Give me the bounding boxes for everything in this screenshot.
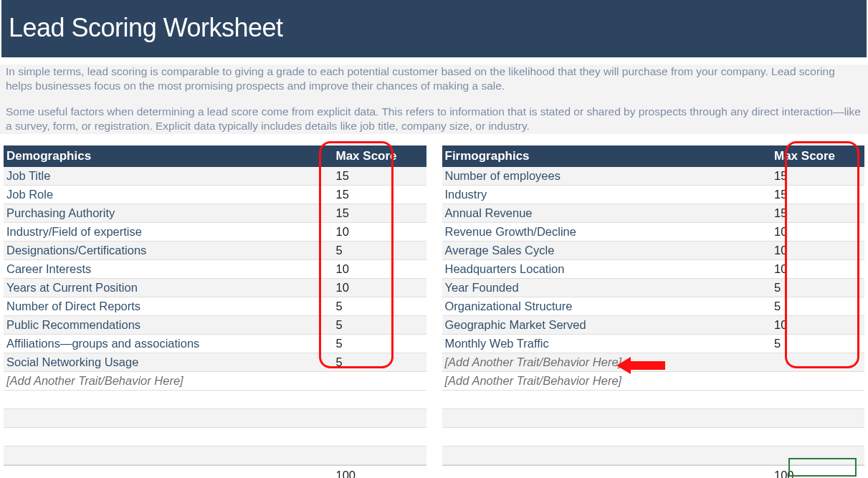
demographics-header-label: Demographics xyxy=(4,149,333,163)
table-row[interactable]: Years at Current Position10 xyxy=(4,279,426,297)
max-score-cell[interactable]: 5 xyxy=(333,337,426,350)
table-row[interactable]: [Add Another Trait/Behavior Here] xyxy=(442,372,865,391)
worksheet-title: Lead Scoring Worksheet xyxy=(9,13,859,43)
table-row[interactable]: Monthly Web Traffic5 xyxy=(442,335,865,353)
trait-label-cell[interactable]: Affiliations—groups and associations xyxy=(4,337,333,350)
trait-label-cell[interactable]: Year Founded xyxy=(442,281,772,295)
max-score-cell[interactable]: 10 xyxy=(333,225,426,239)
table-row[interactable]: Year Founded5 xyxy=(442,279,865,297)
blank-row[interactable] xyxy=(4,446,426,465)
trait-label-cell[interactable]: Average Sales Cycle xyxy=(442,244,772,257)
table-row[interactable]: Average Sales Cycle10 xyxy=(442,242,865,260)
trait-label-cell[interactable]: Designations/Certifications xyxy=(4,244,333,257)
table-row[interactable]: Number of employees15 xyxy=(442,167,865,186)
firmographics-header: Firmographics Max Score xyxy=(442,145,865,167)
trait-label-cell[interactable]: Social Networking Usage xyxy=(4,355,333,369)
blank-row[interactable] xyxy=(442,391,865,409)
blank-row[interactable] xyxy=(4,428,426,446)
max-score-cell[interactable]: 5 xyxy=(333,355,426,369)
trait-label-cell[interactable]: [Add Another Trait/Behavior Here] xyxy=(442,355,772,369)
max-score-cell[interactable]: 15 xyxy=(333,206,426,220)
max-score-cell[interactable]: 15 xyxy=(771,188,864,201)
table-row[interactable]: Annual Revenue15 xyxy=(442,204,865,223)
table-row[interactable]: Social Networking Usage5 xyxy=(4,353,426,372)
max-score-cell[interactable]: 5 xyxy=(333,318,426,332)
intro-text: In simple terms, lead scoring is compara… xyxy=(0,64,868,134)
trait-label-cell[interactable]: Annual Revenue xyxy=(442,206,772,220)
max-score-cell[interactable]: 5 xyxy=(771,300,864,313)
firmographics-header-score: Max Score xyxy=(771,149,864,163)
trait-label-cell[interactable]: Number of Direct Reports xyxy=(4,300,333,313)
trait-label-cell[interactable]: Organizational Structure xyxy=(442,300,772,313)
table-row[interactable]: Purchasing Authority15 xyxy=(4,204,426,223)
table-row[interactable]: Industry/Field of expertise10 xyxy=(4,223,426,242)
max-score-cell[interactable]: 5 xyxy=(333,244,426,257)
worksheet-title-banner: Lead Scoring Worksheet xyxy=(1,0,867,57)
trait-label-cell[interactable]: Geographic Market Served xyxy=(442,318,772,332)
table-row[interactable]: Organizational Structure5 xyxy=(442,297,865,316)
table-row[interactable]: [Add Another Trait/Behavior Here] xyxy=(442,353,865,372)
table-row[interactable]: Job Title15 xyxy=(4,167,426,186)
trait-label-cell[interactable]: [Add Another Trait/Behavior Here] xyxy=(442,374,772,388)
trait-label-cell[interactable]: Revenue Growth/Decline xyxy=(442,225,772,239)
max-score-cell[interactable]: 10 xyxy=(333,281,426,295)
trait-label-cell[interactable]: [Add Another Trait/Behavior Here] xyxy=(4,374,333,388)
scoring-tables: Demographics Max Score Job Title15Job Ro… xyxy=(0,145,868,478)
table-row[interactable]: Public Recommendations5 xyxy=(4,316,426,335)
max-score-cell[interactable]: 5 xyxy=(333,300,426,313)
table-row[interactable]: Career Interests10 xyxy=(4,260,426,279)
max-score-cell[interactable]: 15 xyxy=(771,169,864,183)
table-row[interactable]: Industry15 xyxy=(442,186,865,204)
blank-row[interactable] xyxy=(442,409,865,428)
table-row[interactable]: Affiliations—groups and associations5 xyxy=(4,335,426,353)
table-row[interactable]: Designations/Certifications5 xyxy=(4,242,426,260)
demographics-total-row: 100 xyxy=(4,465,426,478)
demographics-total-value: 100 xyxy=(333,469,426,478)
trait-label-cell[interactable]: Career Interests xyxy=(4,262,333,276)
max-score-cell[interactable]: 10 xyxy=(771,318,864,332)
demographics-header: Demographics Max Score xyxy=(4,145,426,167)
trait-label-cell[interactable]: Industry/Field of expertise xyxy=(4,225,333,239)
trait-label-cell[interactable]: Job Title xyxy=(4,169,333,183)
table-row[interactable]: Number of Direct Reports5 xyxy=(4,297,426,316)
trait-label-cell[interactable]: Years at Current Position xyxy=(4,281,333,295)
max-score-cell[interactable]: 5 xyxy=(771,281,864,295)
firmographics-total-row: 100 xyxy=(442,465,865,478)
max-score-cell[interactable]: 15 xyxy=(333,169,426,183)
blank-row[interactable] xyxy=(4,409,426,428)
trait-label-cell[interactable]: Number of employees xyxy=(442,169,772,183)
max-score-cell[interactable]: 15 xyxy=(333,188,426,201)
trait-label-cell[interactable]: Public Recommendations xyxy=(4,318,333,332)
intro-paragraph-1: In simple terms, lead scoring is compara… xyxy=(6,64,862,93)
trait-label-cell[interactable]: Job Role xyxy=(4,188,333,201)
firmographics-total-value: 100 xyxy=(771,469,864,478)
trait-label-cell[interactable]: Purchasing Authority xyxy=(4,206,333,220)
firmographics-column: Firmographics Max Score Number of employ… xyxy=(442,145,865,478)
max-score-cell[interactable]: 10 xyxy=(333,262,426,276)
table-row[interactable]: Job Role15 xyxy=(4,186,426,204)
table-row[interactable]: [Add Another Trait/Behavior Here] xyxy=(4,372,426,391)
firmographics-header-label: Firmographics xyxy=(442,149,772,163)
intro-paragraph-2: Some useful factors when determining a l… xyxy=(6,105,862,133)
blank-row[interactable] xyxy=(4,391,426,409)
max-score-cell[interactable]: 15 xyxy=(771,206,864,220)
table-row[interactable]: Headquarters Location10 xyxy=(442,260,865,279)
table-row[interactable]: Geographic Market Served10 xyxy=(442,316,865,335)
blank-row[interactable] xyxy=(442,446,865,465)
table-row[interactable]: Revenue Growth/Decline10 xyxy=(442,223,865,242)
trait-label-cell[interactable]: Monthly Web Traffic xyxy=(442,337,772,350)
max-score-cell[interactable]: 10 xyxy=(771,262,864,276)
trait-label-cell[interactable]: Headquarters Location xyxy=(442,262,772,276)
blank-row[interactable] xyxy=(442,428,865,446)
max-score-cell[interactable]: 5 xyxy=(771,337,864,350)
trait-label-cell[interactable]: Industry xyxy=(442,188,772,201)
demographics-header-score: Max Score xyxy=(333,149,426,163)
max-score-cell[interactable]: 10 xyxy=(771,225,864,239)
max-score-cell[interactable]: 10 xyxy=(771,244,864,257)
demographics-column: Demographics Max Score Job Title15Job Ro… xyxy=(4,145,426,478)
